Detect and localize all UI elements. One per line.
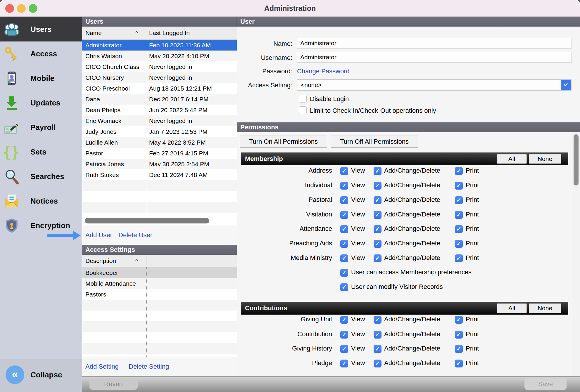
print-checkbox[interactable] [455, 167, 463, 175]
add-change-delete-checkbox[interactable] [374, 254, 382, 262]
table-row[interactable]: Pastors [82, 289, 237, 300]
add-change-delete-checkbox[interactable] [374, 225, 382, 233]
add-change-delete-checkbox[interactable] [374, 345, 382, 353]
sidebar-item-searches[interactable]: Searches [0, 164, 82, 189]
user-name-cell: Dean Phelps [85, 105, 120, 115]
table-row[interactable]: CICO PreschoolAug 18 2015 12:21 PM [82, 83, 237, 94]
revert-button[interactable]: Revert [89, 379, 138, 390]
view-checkbox[interactable] [340, 182, 348, 190]
table-row[interactable]: Ruth StokesDec 11 2024 7:48 AM [82, 169, 237, 180]
table-row[interactable]: Lucille AllenMay 4 2022 3:52 PM [82, 137, 237, 148]
save-button[interactable]: Save [524, 378, 567, 390]
print-checkbox[interactable] [455, 360, 463, 367]
none-button[interactable]: None [529, 303, 561, 313]
add-change-delete-checkbox[interactable] [374, 167, 382, 175]
add-change-delete-checkbox[interactable] [374, 196, 382, 204]
user-name-cell: Dana [85, 94, 100, 105]
users-table-header: Name ^ Last Logged In [82, 27, 237, 40]
permission-row-label: Preaching Aids [237, 240, 332, 247]
table-row[interactable]: Dean PhelpsJun 20 2022 5:42 PM [82, 105, 237, 115]
settings-column-description[interactable]: Description [85, 255, 116, 267]
view-checkbox[interactable] [340, 316, 348, 324]
add-change-delete-checkbox[interactable] [374, 316, 382, 324]
view-checkbox[interactable] [340, 254, 348, 262]
print-checkbox[interactable] [455, 316, 463, 324]
sidebar-item-payroll[interactable]: Payroll [0, 115, 82, 140]
shield-icon [4, 217, 20, 234]
view-checkbox[interactable] [340, 211, 348, 219]
user-name-cell: Lucille Allen [85, 137, 118, 148]
section-header-contributions: ContributionsAllNone [241, 302, 568, 315]
add-change-delete-checkbox[interactable] [374, 211, 382, 219]
table-row[interactable]: Patricia JonesMay 30 2025 2:54 PM [82, 159, 237, 169]
settings-table-divider [146, 267, 147, 357]
table-row[interactable]: Chris WatsonMay 20 2022 4:10 PM [82, 51, 237, 61]
print-checkbox[interactable] [455, 254, 463, 262]
add-change-delete-label: Add/Change/Delete [384, 167, 440, 174]
collapse-button[interactable]: Collapse [30, 360, 62, 390]
users-column-last-logged-in[interactable]: Last Logged In [149, 27, 190, 39]
setting-description-cell: Bookkeeper [85, 267, 118, 278]
user-name-cell: Patricia Jones [85, 159, 124, 169]
user-name-cell: Eric Womack [85, 115, 121, 126]
delete-setting-link[interactable]: Delete Setting [129, 357, 169, 376]
view-label: View [351, 254, 365, 262]
table-row[interactable]: Judy JonesJan 7 2023 12:53 PM [82, 126, 237, 137]
extra-permission-checkbox[interactable] [340, 283, 348, 291]
all-button[interactable]: All [497, 303, 527, 313]
sidebar-item-access[interactable]: Access [0, 41, 82, 66]
view-checkbox[interactable] [340, 345, 348, 353]
sort-ascending-icon: ^ [135, 27, 138, 39]
access-settings-table-header: Description ^ [82, 255, 237, 267]
sidebar-item-users[interactable]: Users [0, 17, 82, 41]
all-button[interactable]: All [497, 154, 527, 164]
add-change-delete-checkbox[interactable] [374, 182, 382, 190]
collapse-icon[interactable]: « [6, 365, 24, 384]
view-checkbox[interactable] [340, 196, 348, 204]
add-change-delete-checkbox[interactable] [374, 360, 382, 367]
add-setting-link[interactable]: Add Setting [85, 357, 119, 376]
view-checkbox[interactable] [340, 360, 348, 367]
print-checkbox[interactable] [455, 331, 463, 339]
none-button[interactable]: None [529, 154, 561, 164]
permissions-area: MembershipAllNoneAddressViewAdd/Change/D… [237, 17, 572, 376]
user-detail-column: User Name: Username: Password: Change Pa… [237, 17, 580, 376]
sidebar-item-sets[interactable]: {}Sets [0, 140, 82, 164]
print-checkbox[interactable] [455, 211, 463, 219]
view-label: View [351, 211, 365, 218]
view-checkbox[interactable] [340, 240, 348, 248]
sidebar-item-updates[interactable]: Updates [0, 91, 82, 115]
add-user-link[interactable]: Add User [85, 226, 112, 245]
sidebar-item-mobile[interactable]: Mobile [0, 66, 82, 91]
view-label: View [351, 240, 365, 247]
print-checkbox[interactable] [455, 345, 463, 353]
table-row[interactable]: CICO Church ClassNever logged in [82, 61, 237, 72]
view-checkbox[interactable] [340, 167, 348, 175]
table-row[interactable]: Eric WomackNever logged in [82, 115, 237, 126]
table-row[interactable]: CICO NurseryNever logged in [82, 72, 237, 83]
users-column-name[interactable]: Name [85, 27, 102, 39]
print-checkbox[interactable] [455, 225, 463, 233]
vertical-scrollbar[interactable] [572, 132, 580, 376]
table-row[interactable]: DanaDec 20 2017 6:14 PM [82, 94, 237, 105]
add-change-delete-checkbox[interactable] [374, 240, 382, 248]
users-hscroll-thumb[interactable] [85, 218, 209, 223]
extra-permission-checkbox[interactable] [340, 269, 348, 277]
svg-text:}: } [12, 144, 18, 160]
view-checkbox[interactable] [340, 225, 348, 233]
print-checkbox[interactable] [455, 240, 463, 248]
view-checkbox[interactable] [340, 331, 348, 339]
print-checkbox[interactable] [455, 182, 463, 190]
add-change-delete-label: Add/Change/Delete [384, 181, 440, 189]
add-change-delete-checkbox[interactable] [374, 331, 382, 339]
delete-user-link[interactable]: Delete User [118, 226, 152, 245]
vertical-scrollbar-thumb[interactable] [574, 134, 579, 185]
table-row[interactable]: Mobile Attendance [82, 278, 237, 289]
table-row[interactable]: AdministratorFeb 10 2025 11:36 AM [82, 40, 237, 51]
table-row[interactable]: Bookkeeper [82, 267, 237, 278]
table-row[interactable]: PastorFeb 27 2019 4:15 PM [82, 148, 237, 159]
users-hscroll [82, 216, 237, 226]
print-checkbox[interactable] [455, 196, 463, 204]
view-label: View [351, 330, 365, 338]
sidebar-item-notices[interactable]: Notices [0, 189, 82, 213]
